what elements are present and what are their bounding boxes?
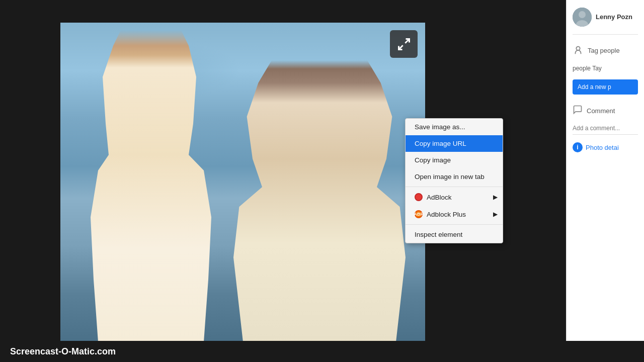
adblock-icon [415, 193, 423, 201]
info-icon: i [573, 142, 583, 152]
adblock-label: AdBlock [427, 194, 452, 201]
copy-image-url-label: Copy image URL [415, 140, 466, 147]
context-menu-copy-image-url[interactable]: Copy image URL [406, 135, 503, 152]
bottom-bar-text: Screencast-O-Matic.com [10, 346, 116, 357]
expand-button[interactable] [390, 30, 418, 58]
sidebar: Lenny Pozn Tag people people Tay Add a n… [566, 0, 644, 362]
add-new-label: Add a new p [578, 83, 611, 90]
user-name: Lenny Pozn [596, 13, 632, 22]
avatar-image [573, 8, 592, 27]
photo-container [60, 23, 425, 342]
adblock-plus-icon: ABP [415, 210, 423, 218]
svg-point-3 [579, 11, 586, 18]
tag-icon-svg [573, 45, 584, 56]
context-menu-copy-image[interactable]: Copy image [406, 152, 503, 168]
context-menu-adblock-plus[interactable]: ABP Adblock Plus ▶ [406, 206, 503, 223]
photo-details-label: Photo detai [586, 144, 619, 151]
adblock-plus-label: Adblock Plus [427, 211, 466, 218]
tag-people-icon [573, 45, 584, 56]
bottom-bar: Screencast-O-Matic.com [0, 341, 644, 362]
copy-image-label: Copy image [415, 156, 451, 164]
figure-man [224, 60, 415, 342]
tag-people-section: Tag people [573, 45, 638, 56]
context-menu-inspect-element[interactable]: Inspect element [406, 226, 503, 243]
comment-input[interactable] [573, 122, 638, 135]
comment-icon-row: Comment [573, 105, 638, 117]
expand-icon [397, 37, 411, 51]
tag-people-detail: people Tay [573, 65, 638, 72]
adblock-plus-arrow: ▶ [493, 211, 498, 218]
svg-point-5 [576, 47, 580, 50]
context-menu: Save image as... Copy image URL Copy ima… [405, 118, 503, 243]
save-image-as-label: Save image as... [415, 123, 465, 131]
open-in-tab-label: Open image in new tab [415, 173, 485, 180]
add-new-button[interactable]: Add a new p [573, 79, 638, 95]
sidebar-user-section: Lenny Pozn [573, 8, 638, 35]
user-avatar [573, 8, 592, 27]
comment-icon [573, 105, 583, 117]
context-menu-open-in-tab[interactable]: Open image in new tab [406, 168, 503, 185]
tag-people-label: Tag people [588, 47, 620, 54]
photo-details-row: i Photo detai [573, 142, 638, 152]
inspect-element-label: Inspect element [415, 231, 462, 238]
comment-label: Comment [587, 107, 615, 115]
context-menu-divider-1 [406, 187, 503, 187]
comment-bubble-svg [573, 105, 583, 115]
adblock-arrow: ▶ [493, 194, 498, 201]
photo-background [60, 23, 425, 342]
comment-section: Comment [573, 105, 638, 135]
context-menu-divider-2 [406, 224, 503, 225]
context-menu-save-image-as[interactable]: Save image as... [406, 119, 503, 135]
context-menu-adblock[interactable]: AdBlock ▶ [406, 189, 503, 206]
